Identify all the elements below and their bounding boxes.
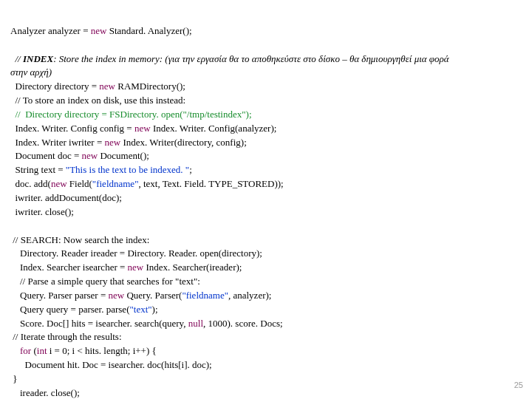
line-15: Directory. Reader ireader = Directory. R… [10, 248, 262, 259]
line-1c: Standard. Analyzer(); [106, 25, 191, 36]
line-18a: Query. Parser parser = [10, 290, 108, 301]
kw-for: for [10, 345, 31, 356]
string-fieldname: "fieldname" [182, 290, 228, 301]
kw-new: new [99, 81, 115, 92]
line-11e: , text, Text. Field. [138, 178, 208, 189]
line-8c: Index. Writer(directory, config); [120, 137, 247, 148]
kw-null: null [188, 318, 203, 329]
code-slide: Analyzer analyzer = new Standard. Analyz… [0, 0, 532, 399]
line-9c: Document(); [98, 150, 149, 161]
kw-new: new [105, 137, 121, 148]
index-label: INDEX [23, 53, 53, 64]
page-number: 25 [514, 380, 523, 392]
line-20a: Score. Doc[] hits = isearcher. search(qu… [10, 318, 188, 329]
line-23: Document hit. Doc = isearcher. doc(hits[… [10, 359, 212, 370]
line-7a: Index. Writer. Config config = [10, 123, 134, 134]
const-type-stored: TYPE_STORED [208, 178, 274, 189]
string-text: "This is the text to be indexed. " [66, 164, 189, 175]
line-11c: Field( [67, 178, 92, 189]
line-17: // Parse a simple query that searches fo… [10, 276, 200, 287]
line-8a: Index. Writer iwriter = [10, 137, 105, 148]
line-22d: i = 0; i < hits. length; i++) { [47, 345, 157, 356]
line-16a: Index. Searcher isearcher = [10, 262, 128, 273]
line-10a: String text = [10, 164, 66, 175]
line-19a: Query query = parser. parse( [10, 304, 129, 315]
line-5: // To store an index on disk, use this i… [10, 95, 185, 106]
line-4c: RAMDirectory(); [115, 81, 185, 92]
line-11a: doc. add( [10, 178, 51, 189]
line-18e: , analyzer); [228, 290, 271, 301]
line-7c: Index. Writer. Config(analyzer); [151, 123, 277, 134]
line-9a: Document doc = [10, 150, 82, 161]
line-14: // SEARCH: Now search the index: [10, 234, 149, 245]
line-6: // Directory directory = FSDirectory. op… [10, 109, 252, 120]
line-12: iwriter. addDocument(doc); [10, 192, 122, 203]
kw-new: new [51, 178, 67, 189]
kw-new: new [128, 262, 144, 273]
kw-new: new [91, 25, 107, 36]
string-fieldname: "fieldname" [92, 178, 139, 189]
kw-new: new [82, 150, 98, 161]
kw-new: new [134, 123, 151, 134]
line-1a: Analyzer analyzer = [10, 25, 91, 36]
line-18c: Query. Parser( [124, 290, 182, 301]
line-4a: Directory directory = [10, 81, 99, 92]
line-10c: ; [189, 164, 192, 175]
line-11g: )); [274, 178, 283, 189]
kw-int: int [37, 345, 47, 356]
line-19c: ); [152, 304, 158, 315]
line-2c: : Store the index in memory: (για την ερ… [53, 53, 449, 64]
line-20c: , 1000). score. Docs; [203, 318, 283, 329]
line-21: // Iterate through the results: [10, 331, 122, 342]
line-13: iwriter. close(); [10, 206, 74, 217]
string-text: "text" [129, 304, 151, 315]
kw-new: new [108, 290, 124, 301]
line-16c: Index. Searcher(ireader); [143, 262, 242, 273]
line-24: } [10, 373, 18, 384]
line-25: ireader. close(); [10, 387, 80, 398]
line-3: στην αρχή) [10, 66, 52, 78]
line-22b: ( [31, 345, 37, 356]
line-2a: // [10, 53, 23, 64]
